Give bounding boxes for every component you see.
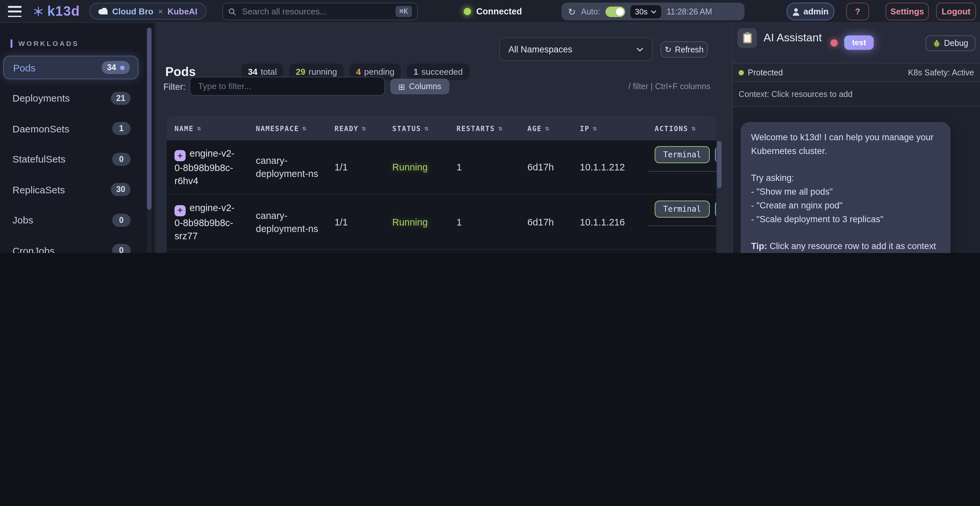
settings-button[interactable]: Settings xyxy=(886,3,929,20)
interval-select[interactable]: 30s xyxy=(630,5,662,18)
sort-icon: ⇅ xyxy=(545,125,550,132)
column-header-age[interactable]: AGE⇅ xyxy=(520,116,572,140)
chevron-down-icon xyxy=(651,10,657,13)
sidebar-item-label: StatefulSets xyxy=(13,153,65,165)
column-header-status[interactable]: STATUS⇅ xyxy=(384,116,449,140)
terminal-button[interactable]: Terminal xyxy=(655,201,710,218)
column-header-ready[interactable]: READY⇅ xyxy=(327,116,384,140)
auto-refresh-toggle[interactable] xyxy=(605,6,625,17)
count-badge: 0 xyxy=(112,213,130,227)
cluster-separator: × xyxy=(158,6,163,16)
sidebar-item-label: ReplicaSets xyxy=(13,184,65,195)
sidebar-item-label: DaemonSets xyxy=(13,123,69,134)
user-icon xyxy=(792,8,800,16)
sort-icon: ⇅ xyxy=(593,125,597,132)
refresh-button[interactable]: ↻ Refresh xyxy=(660,41,708,58)
connection-label: Connected xyxy=(476,6,522,16)
app-logo: k13d xyxy=(47,3,80,19)
assistant-welcome-message: Welcome to k13d! I can help you manage y… xyxy=(741,122,950,253)
sidebar-item-label: Pods xyxy=(13,62,35,73)
column-header-actions[interactable]: ACTIONS⇅ xyxy=(647,116,716,140)
suggestion-line: - "Scale deployment to 3 replicas" xyxy=(751,213,940,227)
refresh-icon[interactable]: ↻ xyxy=(568,6,576,17)
columns-button[interactable]: ⊞ Columns xyxy=(390,79,449,94)
suggestion-line: - "Show me all pods" xyxy=(751,186,940,199)
sidebar-item-deployments[interactable]: Deployments21 xyxy=(3,86,138,110)
cluster-badge[interactable]: Cloud Bro × KubeAI xyxy=(89,3,207,20)
sort-icon: ⇅ xyxy=(692,125,696,132)
sidebar-item-pods[interactable]: Pods34 xyxy=(3,56,138,79)
sort-icon: ⇅ xyxy=(498,125,503,132)
connected-dot-icon xyxy=(464,8,471,15)
assistant-header: AI Assistant test Debug xyxy=(733,23,980,63)
terminal-button[interactable]: Terminal xyxy=(655,146,710,163)
menu-icon[interactable] xyxy=(8,6,22,17)
chevron-down-icon xyxy=(636,47,643,51)
connection-status: Connected xyxy=(464,0,522,23)
search-icon xyxy=(228,8,236,16)
ai-assistant-panel: AI Assistant test Debug Protected K8s Sa… xyxy=(732,23,980,253)
clipboard-icon xyxy=(737,28,757,48)
logs-button[interactable]: Logs xyxy=(715,201,716,218)
count-badge: 1 xyxy=(112,122,130,135)
stat-badge-succeeded: 1succeeded xyxy=(407,63,469,80)
refresh-icon: ↻ xyxy=(665,44,672,54)
filter-input[interactable] xyxy=(189,77,385,96)
global-search[interactable]: ⌘K xyxy=(223,3,418,20)
suggestion-line: - "Create an nginx pod" xyxy=(751,199,940,213)
table-row[interactable]: +engine-v2-0-8b98b9b8c-r6hv4 canary-depl… xyxy=(167,140,716,194)
add-context-icon[interactable]: + xyxy=(175,151,186,162)
active-dot-icon xyxy=(120,65,125,70)
sidebar-item-label: CronJobs xyxy=(13,245,54,253)
help-button[interactable]: ? xyxy=(846,3,869,20)
top-bar: k13d Cloud Bro × KubeAI ⌘K Connected ↻ A… xyxy=(0,0,980,23)
sort-icon: ⇅ xyxy=(302,125,307,132)
table-vertical-scrollbar[interactable] xyxy=(717,141,722,188)
column-header-ip[interactable]: IP⇅ xyxy=(572,116,647,140)
sidebar: WORKLOADSPods34Deployments21DaemonSets1S… xyxy=(0,23,155,253)
namespace-select[interactable]: All Namespaces xyxy=(499,37,653,61)
table-row[interactable]: +engine-v2-1-6cc985fbcf-b8qfx canary-dep… xyxy=(167,249,716,253)
table-row[interactable]: +engine-v2-0-8b98b9b8c-srz77 canary-depl… xyxy=(167,194,716,249)
kubernetes-helm-icon xyxy=(33,6,44,17)
sidebar-item-jobs[interactable]: Jobs0 xyxy=(3,208,138,232)
welcome-intro: Welcome to k13d! I can help you manage y… xyxy=(751,131,940,159)
cluster-name: Cloud Bro xyxy=(112,6,153,16)
sidebar-item-label: Jobs xyxy=(13,214,33,225)
tip-line: Tip: Click any resource row to add it as… xyxy=(751,240,940,253)
sort-icon: ⇅ xyxy=(362,125,366,132)
count-badge: 0 xyxy=(112,244,130,253)
auto-label: Auto: xyxy=(581,7,600,16)
cloud-icon xyxy=(99,8,108,14)
sidebar-item-replicasets[interactable]: ReplicaSets30 xyxy=(3,178,138,201)
sidebar-item-daemonsets[interactable]: DaemonSets1 xyxy=(3,117,138,140)
section-label-workloads: WORKLOADS xyxy=(11,39,154,48)
sidebar-scrollbar-thumb[interactable] xyxy=(147,27,151,210)
filter-label: Filter: xyxy=(163,82,186,92)
safety-status-row: Protected K8s Safety: Active xyxy=(733,63,980,82)
logout-button[interactable]: Logout xyxy=(936,3,976,20)
column-header-namespace[interactable]: NAMESPACE⇅ xyxy=(248,116,327,140)
protected-label: Protected xyxy=(748,68,783,77)
column-header-name[interactable]: NAME⇅ xyxy=(167,116,248,140)
main-content: Pods 34total29running4pending1succeeded … xyxy=(156,23,732,253)
bug-icon xyxy=(933,39,941,47)
column-header-restarts[interactable]: RESTARTS⇅ xyxy=(449,116,520,140)
auto-refresh-controls: ↻ Auto: 30s 11:28:26 AM xyxy=(562,3,745,20)
clock-time: 11:28:26 AM xyxy=(667,7,713,16)
user-button[interactable]: admin xyxy=(786,3,834,20)
columns-icon: ⊞ xyxy=(398,82,405,92)
table-header: NAME⇅NAMESPACE⇅READY⇅STATUS⇅RESTARTS⇅AGE… xyxy=(167,116,716,140)
sidebar-item-statefulsets[interactable]: StatefulSets0 xyxy=(3,147,138,171)
search-shortcut-kbd: ⌘K xyxy=(396,6,412,17)
sort-icon: ⇅ xyxy=(197,125,202,132)
logs-button[interactable]: Logs xyxy=(715,146,716,163)
search-input[interactable] xyxy=(241,6,396,17)
assistant-title: AI Assistant xyxy=(764,32,822,44)
sidebar-item-cronjobs[interactable]: CronJobs0 xyxy=(3,239,138,253)
debug-button[interactable]: Debug xyxy=(926,35,975,51)
protected-dot-icon xyxy=(738,70,744,75)
page-title: Pods xyxy=(165,65,196,79)
count-badge: 0 xyxy=(112,152,130,165)
add-context-icon[interactable]: + xyxy=(175,205,186,216)
